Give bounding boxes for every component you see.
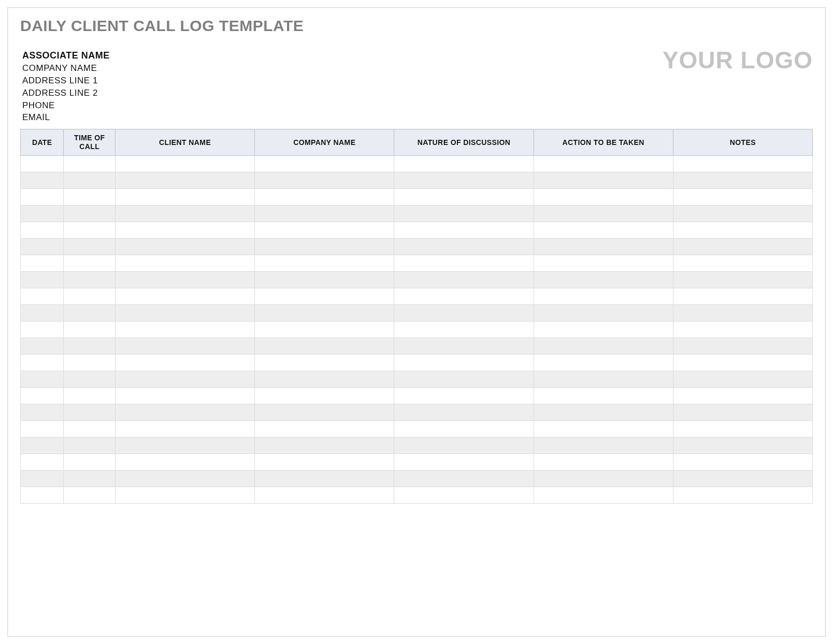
cell-action[interactable] [534,155,673,172]
cell-client[interactable] [116,404,255,420]
cell-action[interactable] [534,238,673,255]
cell-client[interactable] [116,238,255,255]
cell-company[interactable] [255,238,394,255]
cell-nature[interactable] [394,155,534,172]
cell-company[interactable] [255,470,394,487]
cell-date[interactable] [21,354,64,371]
cell-date[interactable] [21,404,64,420]
cell-date[interactable] [21,205,64,222]
cell-date[interactable] [21,321,64,338]
cell-company[interactable] [255,321,394,338]
cell-action[interactable] [534,288,673,304]
cell-notes[interactable] [673,172,812,188]
cell-client[interactable] [116,188,255,205]
cell-notes[interactable] [673,271,812,288]
cell-company[interactable] [255,172,394,188]
cell-action[interactable] [534,387,673,404]
cell-company[interactable] [255,288,394,304]
cell-date[interactable] [21,453,64,470]
cell-time[interactable] [64,470,116,487]
cell-time[interactable] [64,338,116,354]
cell-client[interactable] [116,271,255,288]
cell-time[interactable] [64,321,116,338]
cell-nature[interactable] [394,437,534,453]
cell-time[interactable] [64,188,116,205]
cell-company[interactable] [255,453,394,470]
cell-client[interactable] [116,338,255,354]
cell-time[interactable] [64,371,116,387]
cell-action[interactable] [534,453,673,470]
cell-date[interactable] [21,437,64,453]
cell-nature[interactable] [394,255,534,271]
cell-action[interactable] [534,222,673,238]
cell-notes[interactable] [673,437,812,453]
cell-notes[interactable] [673,453,812,470]
cell-company[interactable] [255,487,394,503]
cell-client[interactable] [116,420,255,437]
cell-client[interactable] [116,387,255,404]
cell-notes[interactable] [673,155,812,172]
cell-date[interactable] [21,271,64,288]
cell-action[interactable] [534,487,673,503]
cell-notes[interactable] [673,354,812,371]
cell-time[interactable] [64,487,116,503]
cell-notes[interactable] [673,420,812,437]
cell-nature[interactable] [394,321,534,338]
cell-client[interactable] [116,437,255,453]
cell-notes[interactable] [673,238,812,255]
cell-nature[interactable] [394,338,534,354]
cell-action[interactable] [534,172,673,188]
cell-nature[interactable] [394,172,534,188]
cell-time[interactable] [64,255,116,271]
cell-company[interactable] [255,304,394,321]
cell-action[interactable] [534,304,673,321]
cell-company[interactable] [255,354,394,371]
cell-time[interactable] [64,404,116,420]
cell-notes[interactable] [673,371,812,387]
cell-company[interactable] [255,255,394,271]
cell-date[interactable] [21,172,64,188]
cell-notes[interactable] [673,487,812,503]
cell-company[interactable] [255,222,394,238]
cell-client[interactable] [116,155,255,172]
cell-time[interactable] [64,172,116,188]
cell-notes[interactable] [673,255,812,271]
cell-action[interactable] [534,354,673,371]
cell-client[interactable] [116,321,255,338]
cell-nature[interactable] [394,487,534,503]
cell-time[interactable] [64,155,116,172]
cell-notes[interactable] [673,205,812,222]
cell-nature[interactable] [394,470,534,487]
cell-action[interactable] [534,470,673,487]
cell-client[interactable] [116,205,255,222]
cell-client[interactable] [116,453,255,470]
cell-date[interactable] [21,288,64,304]
cell-time[interactable] [64,288,116,304]
cell-company[interactable] [255,404,394,420]
cell-nature[interactable] [394,288,534,304]
cell-client[interactable] [116,304,255,321]
cell-date[interactable] [21,420,64,437]
cell-nature[interactable] [394,238,534,255]
cell-company[interactable] [255,371,394,387]
cell-notes[interactable] [673,404,812,420]
cell-date[interactable] [21,222,64,238]
cell-date[interactable] [21,470,64,487]
cell-client[interactable] [116,371,255,387]
cell-date[interactable] [21,155,64,172]
cell-nature[interactable] [394,205,534,222]
cell-action[interactable] [534,437,673,453]
cell-action[interactable] [534,188,673,205]
cell-time[interactable] [64,304,116,321]
cell-notes[interactable] [673,288,812,304]
cell-action[interactable] [534,255,673,271]
cell-notes[interactable] [673,321,812,338]
cell-company[interactable] [255,271,394,288]
cell-action[interactable] [534,321,673,338]
cell-nature[interactable] [394,188,534,205]
cell-notes[interactable] [673,338,812,354]
cell-time[interactable] [64,205,116,222]
cell-date[interactable] [21,487,64,503]
cell-action[interactable] [534,338,673,354]
cell-company[interactable] [255,420,394,437]
